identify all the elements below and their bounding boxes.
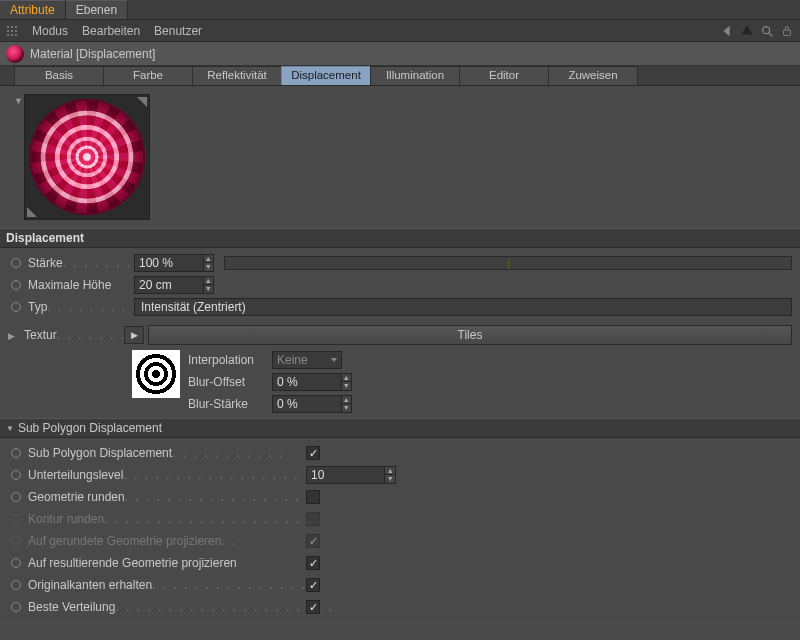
label-spd-origkant: Originalkanten erhalten [28, 578, 152, 592]
row-maxhoehe: Maximale Höhe ▲▼ [8, 274, 792, 296]
disclosure-triangle-icon[interactable]: ▼ [6, 424, 14, 433]
menu-bar: Modus Bearbeiten Benutzer [0, 20, 800, 42]
grip-icon[interactable] [6, 25, 18, 37]
label-spd-kontur: Kontur runden [28, 512, 104, 526]
row-staerke: Stärke . . . . . . . . ▲▼ [8, 252, 792, 274]
row-spd-level: Unterteilungslevel. . . . . . . . . . . … [8, 464, 792, 486]
bullseye-icon [134, 352, 178, 396]
anim-dot[interactable] [11, 558, 21, 568]
label-textur: Textur [24, 328, 57, 342]
dropdown-typ[interactable]: Intensität (Zentriert) [134, 298, 792, 316]
checkbox-spd-round[interactable] [306, 490, 320, 504]
checkbox-spd-enable[interactable] [306, 446, 320, 460]
lock-icon[interactable] [780, 24, 794, 38]
row-spd-origkant: Originalkanten erhalten. . . . . . . . .… [8, 574, 792, 596]
ptab-farbe[interactable]: Farbe [103, 66, 193, 85]
checkbox-spd-origkant[interactable] [306, 578, 320, 592]
row-spd-projres: Auf resultierende Geometrie projizieren [8, 552, 792, 574]
row-textur: ▶ Textur . . . . . . . ▶ Tiles [8, 324, 792, 346]
spd-title: Sub Polygon Displacement [18, 421, 162, 435]
material-preview[interactable] [24, 94, 150, 220]
label-typ: Typ [28, 300, 47, 314]
anim-dot[interactable] [11, 302, 21, 312]
nav-up-icon[interactable] [740, 24, 754, 38]
spd-group: Sub Polygon Displacement. . . . . . . . … [0, 438, 800, 622]
section-header-spd[interactable]: ▼ Sub Polygon Displacement [0, 418, 800, 438]
preview-rosette-icon [31, 101, 143, 213]
input-bluroffset[interactable]: ▲▼ [272, 373, 352, 391]
displacement-group: Stärke . . . . . . . . ▲▼ Maximale Höhe … [0, 248, 800, 418]
texture-subparams: Interpolation Keine Blur-Offset ▲▼ Blur-… [132, 350, 792, 414]
label-spd-enable: Sub Polygon Displacement [28, 446, 172, 460]
nav-back-icon[interactable] [720, 24, 734, 38]
row-spd-kontur: Kontur runden. . . . . . . . . . . . . .… [8, 508, 792, 530]
slider-staerke[interactable] [224, 256, 792, 270]
label-spd-beste: Beste Verteilung [28, 600, 115, 614]
ptab-zuweisen[interactable]: Zuweisen [548, 66, 638, 85]
disclosure-triangle-icon[interactable]: ▼ [14, 94, 24, 106]
anim-dot [11, 536, 21, 546]
input-blurstaerke[interactable]: ▲▼ [272, 395, 352, 413]
checkbox-spd-beste[interactable] [306, 600, 320, 614]
property-tabs: Basis Farbe Reflektivität Displacement I… [0, 66, 800, 86]
checkbox-spd-projres[interactable] [306, 556, 320, 570]
object-title: Material [Displacement] [30, 47, 155, 61]
anim-dot[interactable] [11, 280, 21, 290]
row-typ: Typ . . . . . . . . . . Intensität (Zent… [8, 296, 792, 318]
checkbox-spd-projround [306, 534, 320, 548]
label-interpolation: Interpolation [188, 353, 268, 367]
texture-picker-button[interactable]: ▶ [124, 326, 144, 344]
input-spd-level[interactable]: ▲▼ [306, 466, 396, 484]
row-spd-projround: Auf gerundete Geometrie projizieren. . [8, 530, 792, 552]
label-bluroffset: Blur-Offset [188, 375, 268, 389]
ptab-basis[interactable]: Basis [14, 66, 104, 85]
row-spd-enable: Sub Polygon Displacement. . . . . . . . … [8, 442, 792, 464]
object-title-row: Material [Displacement] [0, 42, 800, 66]
anim-dot[interactable] [11, 470, 21, 480]
checkbox-spd-kontur [306, 512, 320, 526]
dots: . . . . . . . . [63, 256, 143, 270]
menu-benutzer[interactable]: Benutzer [154, 24, 202, 38]
search-icon[interactable] [760, 24, 774, 38]
dots: . . . . . . . [57, 328, 126, 342]
section-header-displacement: Displacement [0, 228, 800, 248]
ptab-editor[interactable]: Editor [459, 66, 549, 85]
disclosure-triangle-icon[interactable]: ▶ [8, 329, 20, 341]
anim-dot[interactable] [11, 448, 21, 458]
input-staerke[interactable]: ▲▼ [134, 254, 214, 272]
anim-dot [11, 514, 21, 524]
texture-thumbnail[interactable] [132, 350, 180, 398]
svg-line-1 [769, 32, 773, 36]
label-spd-projres: Auf resultierende Geometrie projizieren [28, 556, 237, 570]
row-spd-beste: Beste Verteilung. . . . . . . . . . . . … [8, 596, 792, 618]
label-blurstaerke: Blur-Stärke [188, 397, 268, 411]
label-spd-level: Unterteilungslevel [28, 468, 123, 482]
ptab-reflekt[interactable]: Reflektivität [192, 66, 282, 85]
panel-tabs: Attribute Ebenen [0, 0, 800, 20]
svg-rect-2 [784, 30, 791, 35]
texture-shader-button[interactable]: Tiles [148, 325, 792, 345]
material-ball-icon [6, 45, 24, 63]
ptab-displacement[interactable]: Displacement [281, 66, 371, 85]
dropdown-interpolation[interactable]: Keine [272, 351, 342, 369]
label-maxhoehe: Maximale Höhe [28, 278, 111, 292]
label-spd-projround: Auf gerundete Geometrie projizieren [28, 534, 221, 548]
tab-attribute[interactable]: Attribute [0, 0, 66, 19]
svg-point-0 [763, 26, 770, 33]
label-spd-round: Geometrie runden [28, 490, 125, 504]
anim-dot[interactable] [11, 492, 21, 502]
ptab-illumination[interactable]: Illumination [370, 66, 460, 85]
input-maxhoehe[interactable]: ▲▼ [134, 276, 214, 294]
anim-dot[interactable] [11, 602, 21, 612]
anim-dot[interactable] [11, 580, 21, 590]
menu-modus[interactable]: Modus [32, 24, 68, 38]
tab-ebenen[interactable]: Ebenen [66, 0, 128, 19]
row-spd-round: Geometrie runden. . . . . . . . . . . . … [8, 486, 792, 508]
label-staerke: Stärke [28, 256, 63, 270]
anim-dot[interactable] [11, 258, 21, 268]
preview-area: ▼ [0, 86, 800, 228]
spinner[interactable]: ▲▼ [203, 277, 213, 293]
menu-bearbeiten[interactable]: Bearbeiten [82, 24, 140, 38]
spinner[interactable]: ▲▼ [203, 255, 213, 271]
